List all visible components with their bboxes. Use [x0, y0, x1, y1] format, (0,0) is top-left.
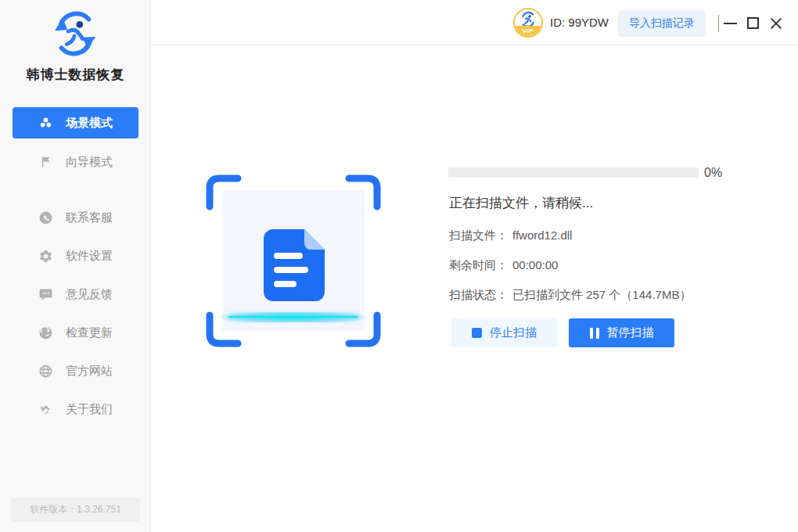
- sidebar-item-settings[interactable]: 软件设置: [13, 240, 138, 271]
- sidebar: 韩博士数据恢复 场景模式 向导模式: [0, 0, 151, 532]
- sidebar-item-label: 软件设置: [66, 249, 113, 264]
- topbar-divider: [718, 15, 719, 32]
- app-window: 韩博士数据恢复 场景模式 向导模式: [0, 0, 798, 532]
- vip-avatar-icon[interactable]: VIP: [513, 8, 543, 38]
- time-left-label: 剩余时间：: [449, 258, 508, 271]
- minimize-button[interactable]: [721, 0, 741, 45]
- sidebar-item-feedback[interactable]: 意见反馈: [13, 279, 138, 310]
- version-badge: 软件版本：1.3.26.751: [11, 498, 140, 522]
- sidebar-item-contact-support[interactable]: 联系客服: [13, 202, 138, 233]
- close-icon: [769, 16, 783, 31]
- sidebar-item-scene-mode[interactable]: 场景模式: [13, 107, 138, 138]
- sidebar-item-label: 场景模式: [66, 116, 113, 131]
- sidebar-item-check-update[interactable]: 检查更新: [13, 317, 138, 348]
- phone-icon: [38, 210, 53, 225]
- time-left-value: 00:00:00: [512, 258, 558, 271]
- topbar: VIP ID: 99YDW 导入扫描记录: [151, 0, 798, 45]
- pause-scan-label: 暂停扫描: [607, 325, 654, 340]
- progress-percent-label: 0%: [704, 166, 722, 180]
- user-id-label: ID: 99YDW: [550, 16, 609, 29]
- scan-status-message: 正在扫描文件，请稍候...: [449, 194, 593, 212]
- handshake-icon: [38, 402, 53, 417]
- flag-icon: [38, 155, 53, 170]
- sidebar-item-label: 检查更新: [66, 325, 113, 340]
- current-file-value: ffword12.dll: [512, 228, 572, 242]
- pause-scan-button[interactable]: 暂停扫描: [569, 318, 674, 347]
- sidebar-item-label: 官方网站: [66, 364, 113, 379]
- scan-animation: [206, 174, 381, 347]
- time-left-line: 剩余时间：00:00:00: [449, 258, 558, 273]
- sidebar-item-wizard-mode[interactable]: 向导模式: [13, 146, 138, 178]
- maximize-icon: [747, 17, 759, 29]
- scan-state-line: 扫描状态：已扫描到文件 257 个（144.7MB）: [449, 288, 691, 303]
- gear-icon: [38, 249, 53, 264]
- group-icon: [38, 116, 53, 131]
- sidebar-item-label: 向导模式: [66, 155, 113, 170]
- close-button[interactable]: [766, 0, 786, 45]
- scan-progress-bar: [448, 167, 699, 178]
- app-logo-icon: [49, 9, 102, 58]
- app-title: 韩博士数据恢复: [0, 66, 151, 84]
- scan-beam: [198, 312, 389, 322]
- minimize-icon: [724, 23, 737, 24]
- vip-badge: VIP: [515, 26, 541, 36]
- pause-icon: [590, 328, 599, 339]
- stop-scan-label: 停止扫描: [490, 325, 537, 340]
- current-file-label: 扫描文件：: [449, 228, 508, 242]
- sidebar-item-official-website[interactable]: 官方网站: [13, 355, 138, 386]
- scan-state-label: 扫描状态：: [449, 288, 508, 301]
- update-icon: [38, 325, 53, 340]
- sidebar-item-about-us[interactable]: 关于我们: [13, 394, 138, 425]
- stop-scan-button[interactable]: 停止扫描: [451, 318, 557, 347]
- maximize-button[interactable]: [743, 0, 764, 45]
- stop-icon: [472, 328, 482, 338]
- sidebar-item-label: 联系客服: [66, 210, 113, 225]
- import-scan-records-button[interactable]: 导入扫描记录: [618, 10, 706, 37]
- sidebar-item-label: 关于我们: [66, 402, 113, 417]
- globe-icon: [38, 364, 53, 379]
- document-icon: [264, 229, 325, 301]
- feedback-icon: [38, 287, 53, 302]
- sidebar-item-label: 意见反馈: [66, 287, 113, 302]
- scan-state-value: 已扫描到文件 257 个（144.7MB）: [512, 288, 691, 301]
- current-file-line: 扫描文件：ffword12.dll: [449, 228, 572, 243]
